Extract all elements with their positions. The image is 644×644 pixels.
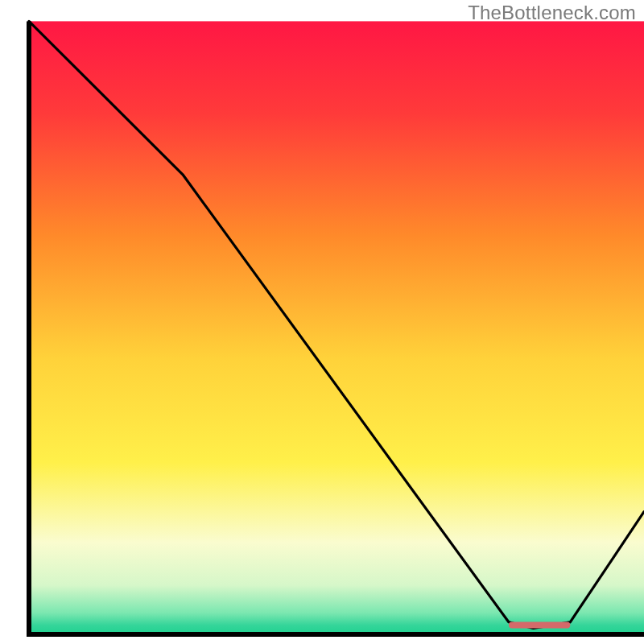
optimum-marker [509, 622, 570, 629]
bottleneck-chart [0, 0, 644, 644]
chart-frame: TheBottleneck.com [0, 0, 644, 644]
